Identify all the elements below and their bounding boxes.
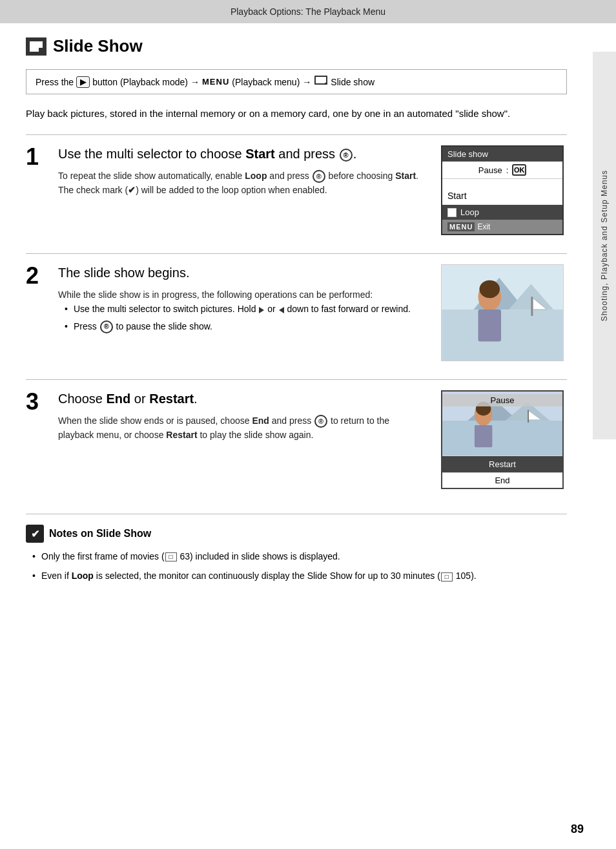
menu-start: Start <box>442 187 562 205</box>
menu-header: Slide show <box>442 147 562 162</box>
divider-2 <box>26 253 567 254</box>
svg-rect-6 <box>442 309 562 361</box>
step-1: 1 Use the multi selector to choose Start… <box>26 145 567 240</box>
step-2-title: The slide show begins. <box>58 264 426 281</box>
slide-show-menu: Slide show Pause : OK Start Loop <box>441 145 564 235</box>
svg-rect-10 <box>478 309 502 341</box>
colon: : <box>506 165 509 175</box>
arrow2: → <box>302 77 311 87</box>
svg-point-11 <box>479 280 500 299</box>
header-title: Playback Options: The Playback Menu <box>231 6 385 17</box>
note-2: Even if Loop is selected, the monitor ca… <box>32 569 567 583</box>
svg-rect-2 <box>325 83 327 85</box>
step-1-detail: To repeat the slide show automatically, … <box>58 169 426 198</box>
step-1-title: Use the multi selector to choose Start a… <box>58 145 426 162</box>
step-2-bullets: Use the multi selector to switch picture… <box>58 302 426 333</box>
breadcrumb-press: Press the <box>36 77 74 87</box>
step-3-number: 3 <box>26 390 45 414</box>
restart-option: Restart <box>442 456 562 472</box>
ok-circle-1: ® <box>340 149 353 162</box>
notes-section: ✔ Notes on Slide Show Only the first fra… <box>26 514 567 583</box>
pause-overlay-label: Pause <box>442 394 562 406</box>
svg-rect-15 <box>442 421 562 456</box>
ok-circle-4: ® <box>314 415 327 428</box>
book-ref-2: □ <box>441 572 453 582</box>
pause-text: Pause <box>478 165 502 175</box>
menu-pause: Pause : OK <box>442 162 562 179</box>
slide-show-icon <box>26 37 46 56</box>
loop-text: Loop <box>460 207 479 217</box>
breadcrumb-end: Slide show <box>331 77 375 87</box>
menu-key: MENU <box>447 222 475 231</box>
bullet-1: Use the multi selector to switch picture… <box>65 302 426 316</box>
pause-menu: Pause Restart End <box>441 390 564 489</box>
notes-title: Notes on Slide Show <box>49 528 151 540</box>
menu-loop: Loop <box>442 205 562 220</box>
svg-rect-19 <box>475 425 492 447</box>
left-arrow-icon <box>279 307 284 313</box>
playback-button: ▶ <box>76 76 90 88</box>
step-3-content: Choose End or Restart. When the slide sh… <box>58 390 567 494</box>
arrow1: → <box>190 77 200 87</box>
ok-circle-2: ® <box>313 170 325 183</box>
ok-circle-3: ® <box>100 320 113 333</box>
breadcrumb-button-desc: button (Playback mode) <box>92 77 188 87</box>
step-2: 2 The slide show begins. While the slide… <box>26 264 567 366</box>
step-1-number: 1 <box>26 145 45 169</box>
loop-checkbox <box>447 208 457 217</box>
step-3-image: Pause Restart End <box>441 390 567 489</box>
notes-list: Only the first frame of movies (□ 63) in… <box>26 549 567 583</box>
camera-illustration <box>441 264 564 361</box>
page-number: 89 <box>571 823 584 836</box>
step-2-number: 2 <box>26 264 45 288</box>
breadcrumb-menu-desc: (Playback menu) <box>232 77 300 87</box>
step-3-title: Choose End or Restart. <box>58 390 426 407</box>
step-1-content: Use the multi selector to choose Start a… <box>58 145 567 240</box>
breadcrumb: Press the ▶ button (Playback mode) → MEN… <box>26 69 567 94</box>
right-sidebar: Shooting, Playback and Setup Menus <box>593 52 616 439</box>
page-title: Slide Show <box>53 36 143 56</box>
step-2-detail-intro: While the slide show is in progress, the… <box>58 288 426 302</box>
step-2-image <box>441 264 567 361</box>
notes-header: ✔ Notes on Slide Show <box>26 525 567 543</box>
book-ref-1: □ <box>165 552 177 561</box>
main-content: Slide Show Press the ▶ button (Playback … <box>0 23 593 614</box>
bullet-2: Press ® to pause the slide show. <box>65 319 426 333</box>
page-title-section: Slide Show <box>26 36 567 59</box>
exit-text: Exit <box>477 222 490 231</box>
step-3-detail: When the slide show ends or is paused, c… <box>58 414 426 443</box>
intro-text: Play back pictures, stored in the intern… <box>26 106 567 121</box>
svg-rect-1 <box>316 77 326 83</box>
step-3: 3 Choose End or Restart. When the slide … <box>26 390 567 494</box>
sidebar-label: Shooting, Playback and Setup Menus <box>600 170 609 321</box>
step-1-image: Slide show Pause : OK Start Loop <box>441 145 567 235</box>
step-2-content: The slide show begins. While the slide s… <box>58 264 567 366</box>
breadcrumb-icon <box>314 75 328 89</box>
divider-1 <box>26 134 567 135</box>
svg-rect-16 <box>528 410 529 423</box>
end-option: End <box>442 472 562 488</box>
menu-label: MENU <box>202 77 229 87</box>
top-header: Playback Options: The Playback Menu <box>0 0 616 23</box>
right-arrow-icon <box>259 307 264 313</box>
ok-button: OK <box>512 164 526 176</box>
notes-icon: ✔ <box>26 525 44 543</box>
pause-image: Pause <box>442 392 562 456</box>
menu-exit: MENU Exit <box>442 220 562 234</box>
note-1: Only the first frame of movies (□ 63) in… <box>32 549 567 563</box>
divider-3 <box>26 379 567 380</box>
